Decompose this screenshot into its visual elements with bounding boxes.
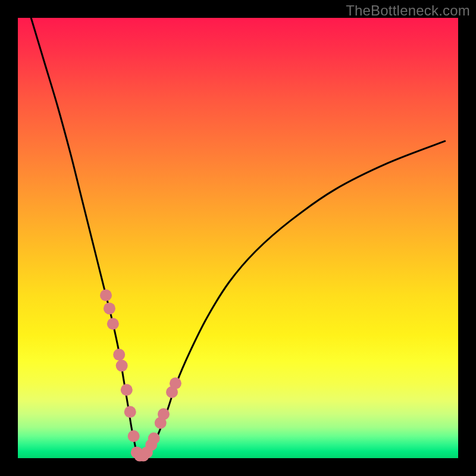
highlight-dot (148, 433, 160, 444)
plot-area (18, 18, 458, 458)
highlight-dot (128, 430, 140, 442)
highlight-dot (104, 302, 115, 314)
highlight-dot (124, 406, 136, 418)
curve-svg (18, 18, 458, 458)
bottleneck-curve (31, 18, 445, 457)
chart-frame: TheBottleneck.com (0, 0, 476, 476)
highlight-dot (100, 289, 112, 301)
highlight-dots (100, 289, 181, 461)
highlight-dot (116, 360, 128, 372)
highlight-dot (113, 349, 125, 361)
highlight-dot (170, 377, 181, 389)
highlight-dot (121, 384, 133, 396)
watermark-label: TheBottleneck.com (346, 2, 470, 19)
highlight-dot (158, 408, 170, 420)
highlight-dot (107, 318, 119, 330)
